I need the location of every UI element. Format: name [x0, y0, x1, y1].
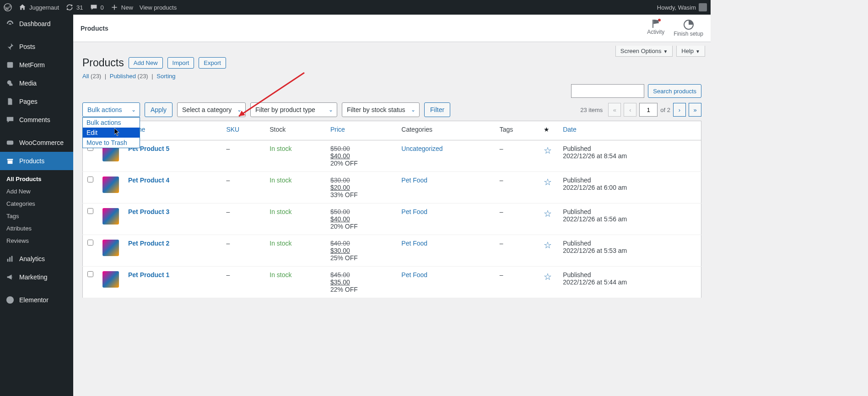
- comments-count: 0: [101, 4, 104, 11]
- filter-button[interactable]: Filter: [424, 102, 450, 117]
- category-link[interactable]: Pet Food: [401, 240, 427, 247]
- menu-products[interactable]: Products: [0, 152, 73, 170]
- dropdown-bulk-actions[interactable]: Bulk actions: [83, 118, 140, 128]
- featured-toggle[interactable]: ☆: [544, 272, 552, 282]
- table-row: Pet Product 2 – In stock $40.00$30.0025%…: [83, 235, 701, 267]
- new-label: New: [121, 4, 133, 11]
- category-link[interactable]: Uncategorized: [401, 145, 442, 152]
- howdy-label: Howdy, Wasim: [657, 4, 696, 11]
- featured-toggle[interactable]: ☆: [544, 145, 552, 155]
- finish-setup-button[interactable]: Finish setup: [674, 20, 703, 37]
- submenu-add-new[interactable]: Add New: [0, 185, 73, 198]
- menu-pages[interactable]: Pages: [0, 92, 73, 111]
- row-checkbox[interactable]: [87, 240, 93, 246]
- stock-status-select[interactable]: Filter by stock status⌄: [342, 102, 420, 117]
- export-button[interactable]: Export: [199, 57, 226, 69]
- product-thumb[interactable]: [102, 208, 119, 225]
- search-input[interactable]: [571, 84, 644, 98]
- first-page-button[interactable]: «: [608, 103, 621, 117]
- new[interactable]: New: [110, 3, 133, 11]
- table-row: Pet Product 1 – In stock $45.00$35.0022%…: [83, 267, 701, 298]
- product-thumb[interactable]: [102, 177, 119, 193]
- apply-button[interactable]: Apply: [145, 102, 173, 117]
- menu-metform[interactable]: MetForm: [0, 56, 73, 74]
- date-cell: Published2022/12/26 at 5:53 am: [558, 235, 701, 267]
- sku-cell: –: [221, 140, 265, 172]
- activity-button[interactable]: Activity: [647, 20, 664, 37]
- next-page-button[interactable]: ›: [673, 103, 686, 117]
- wordpress-icon: [4, 3, 12, 11]
- featured-toggle[interactable]: ☆: [544, 240, 552, 250]
- woo-icon: [5, 138, 15, 147]
- megaphone-icon: [5, 273, 15, 282]
- row-checkbox[interactable]: [87, 177, 93, 182]
- menu-dashboard[interactable]: Dashboard: [0, 15, 73, 33]
- stock-status-label: Filter by stock status: [347, 106, 405, 113]
- site-name[interactable]: Juggernaut: [18, 3, 59, 11]
- col-date[interactable]: Date: [558, 121, 701, 140]
- menu-woocommerce[interactable]: WooCommerce: [0, 134, 73, 152]
- filters-row: Bulk actions⌄ Bulk actions Edit Move to …: [73, 102, 711, 121]
- menu-posts[interactable]: Posts: [0, 37, 73, 56]
- screen-options-tab[interactable]: Screen Options▼: [615, 46, 673, 57]
- dropdown-trash[interactable]: Move to Trash: [83, 138, 140, 148]
- menu-elementor[interactable]: Elementor: [0, 291, 73, 298]
- search-products-button[interactable]: Search products: [648, 84, 701, 98]
- admin-sidebar: Dashboard Posts MetForm Media Pages Comm…: [0, 15, 73, 298]
- product-name-link[interactable]: Pet Product 3: [128, 208, 169, 215]
- product-name-link[interactable]: Pet Product 2: [128, 240, 169, 247]
- col-price[interactable]: Price: [326, 121, 397, 140]
- table-row: Pet Product 5 – In stock $50.00$40.0020%…: [83, 140, 701, 172]
- home-icon: [18, 3, 27, 11]
- menu-label: MetForm: [19, 61, 45, 69]
- products-icon: [5, 156, 15, 166]
- help-tab[interactable]: Help▼: [676, 46, 705, 57]
- row-checkbox[interactable]: [87, 208, 93, 214]
- menu-marketing[interactable]: Marketing: [0, 268, 73, 286]
- view-published[interactable]: Published: [110, 73, 136, 80]
- featured-toggle[interactable]: ☆: [544, 209, 552, 219]
- row-checkbox[interactable]: [87, 271, 93, 277]
- chevron-down-icon: ⌄: [329, 107, 333, 113]
- wp-logo[interactable]: [4, 3, 12, 11]
- view-products[interactable]: View products: [140, 4, 177, 11]
- col-featured: ★: [539, 121, 558, 140]
- category-select[interactable]: Select a category⌄: [177, 102, 246, 117]
- dropdown-edit[interactable]: Edit: [83, 128, 140, 138]
- product-type-select[interactable]: Filter by product type⌄: [250, 102, 337, 117]
- last-page-button[interactable]: »: [689, 103, 701, 117]
- product-name-link[interactable]: Pet Product 4: [128, 177, 169, 184]
- finish-setup-label: Finish setup: [674, 31, 703, 37]
- prev-page-button[interactable]: ‹: [624, 103, 636, 117]
- howdy[interactable]: Howdy, Wasim: [657, 3, 707, 11]
- submenu-categories[interactable]: Categories: [0, 198, 73, 210]
- menu-media[interactable]: Media: [0, 74, 73, 92]
- menu-comments[interactable]: Comments: [0, 111, 73, 129]
- add-new-button[interactable]: Add New: [129, 57, 163, 69]
- col-sku[interactable]: SKU: [221, 121, 265, 140]
- submenu-reviews[interactable]: Reviews: [0, 235, 73, 247]
- bulk-actions-select[interactable]: Bulk actions⌄: [82, 102, 140, 117]
- submenu-all-products[interactable]: All Products: [0, 173, 73, 185]
- featured-toggle[interactable]: ☆: [544, 177, 552, 187]
- product-thumb[interactable]: [102, 271, 119, 288]
- updates[interactable]: 31: [65, 3, 83, 11]
- svg-rect-6: [11, 256, 13, 262]
- view-sorting[interactable]: Sorting: [156, 73, 175, 80]
- page-input[interactable]: [639, 103, 658, 117]
- product-thumb[interactable]: [102, 240, 119, 256]
- product-name-link[interactable]: Pet Product 1: [128, 271, 169, 278]
- category-link[interactable]: Pet Food: [401, 208, 427, 215]
- submenu-tags[interactable]: Tags: [0, 210, 73, 222]
- menu-analytics[interactable]: Analytics: [0, 250, 73, 268]
- comments[interactable]: 0: [90, 3, 104, 11]
- table-row: Pet Product 4 – In stock $30.00$20.0033%…: [83, 172, 701, 203]
- view-all[interactable]: All: [82, 73, 89, 80]
- category-link[interactable]: Pet Food: [401, 271, 427, 278]
- menu-label: Dashboard: [19, 20, 51, 27]
- import-button[interactable]: Import: [167, 57, 194, 69]
- price-cell: $40.00$30.0025% OFF: [326, 235, 397, 267]
- submenu-attributes[interactable]: Attributes: [0, 222, 73, 235]
- category-link[interactable]: Pet Food: [401, 177, 427, 184]
- media-icon: [5, 79, 15, 88]
